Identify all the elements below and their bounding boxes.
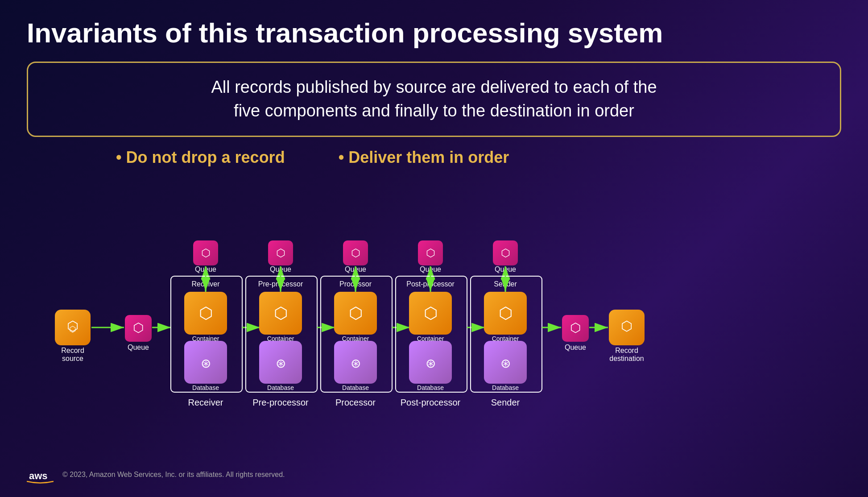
preprocessor-label: Pre-processor [252,398,309,407]
processor-label: Processor [335,398,376,407]
svg-text:⬡: ⬡ [570,321,581,335]
svg-text:⬡: ⬡ [621,319,632,333]
preprocessor-component: ⬡ Queue Pre-processor ⬡ Container ⊛ Data… [246,240,317,407]
slide-container: Invariants of this transaction processin… [0,0,868,497]
svg-text:Database: Database [342,384,369,391]
aws-logo: aws [27,466,54,484]
svg-text:⬡: ⬡ [501,247,510,259]
svg-text:⊛: ⊛ [426,356,436,370]
svg-text:source: source [62,355,83,362]
receiver-label: Receiver [188,398,223,407]
svg-text:aws: aws [29,470,48,481]
svg-text:Database: Database [267,384,294,391]
svg-text:⬡: ⬡ [69,325,76,334]
sender-label: Sender [491,398,520,407]
invariant-box: All records published by source are deli… [27,62,841,137]
svg-text:Database: Database [417,384,444,391]
svg-text:Queue: Queue [128,344,149,351]
svg-text:⬡: ⬡ [133,321,144,335]
svg-text:Record: Record [615,347,638,354]
svg-text:⬡: ⬡ [276,247,285,259]
svg-text:Database: Database [492,384,519,391]
bullets-container: Do not drop a record Deliver them in ord… [27,148,841,167]
footer-copyright: © 2023, Amazon Web Services, Inc. or its… [62,471,285,479]
bullet1: Do not drop a record [116,148,285,167]
svg-text:⬡: ⬡ [199,304,213,322]
svg-text:⬡: ⬡ [201,247,211,259]
svg-text:⬡: ⬡ [351,247,360,259]
svg-text:⬡: ⬡ [426,247,435,259]
sender-component: ⬡ Queue Sender ⬡ Container ⊛ Database Se… [471,240,542,407]
svg-text:⊛: ⊛ [201,356,211,370]
processor-component: ⬡ Queue Processor ⬡ Container ⊛ Database… [321,240,392,407]
svg-text:⬡: ⬡ [349,304,363,322]
svg-text:Record: Record [61,347,84,354]
footer: aws © 2023, Amazon Web Services, Inc. or… [27,466,841,484]
svg-text:⬡: ⬡ [424,304,438,322]
postprocessor-label: Post-processor [401,398,461,407]
record-destination-group: ⬡ Record destination [609,310,645,362]
invariant-text-line1: All records published by source are deli… [50,75,818,123]
svg-text:⊛: ⊛ [276,356,286,370]
diagram-area: ⬡ ⬡ Record source [27,180,841,461]
diagram-svg: ⬡ ⬡ Record source [33,227,835,414]
receiver-component: ⬡ Queue Receiver ⬡ Container ⊛ Database … [171,240,242,407]
record-source-group: ⬡ ⬡ Record source [55,310,91,362]
svg-text:⊛: ⊛ [351,356,361,370]
bullet2: Deliver them in order [339,148,509,167]
postprocessor-component: ⬡ Queue Post-processor ⬡ Container ⊛ Dat… [396,240,467,407]
slide-title: Invariants of this transaction processin… [27,18,841,48]
svg-text:destination: destination [609,355,644,362]
svg-text:⬡: ⬡ [274,304,288,322]
svg-text:Queue: Queue [565,344,586,351]
svg-text:⬡: ⬡ [499,304,513,322]
svg-text:⊛: ⊛ [500,356,511,370]
aws-logo-svg: aws [27,466,54,484]
svg-text:Database: Database [192,384,219,391]
